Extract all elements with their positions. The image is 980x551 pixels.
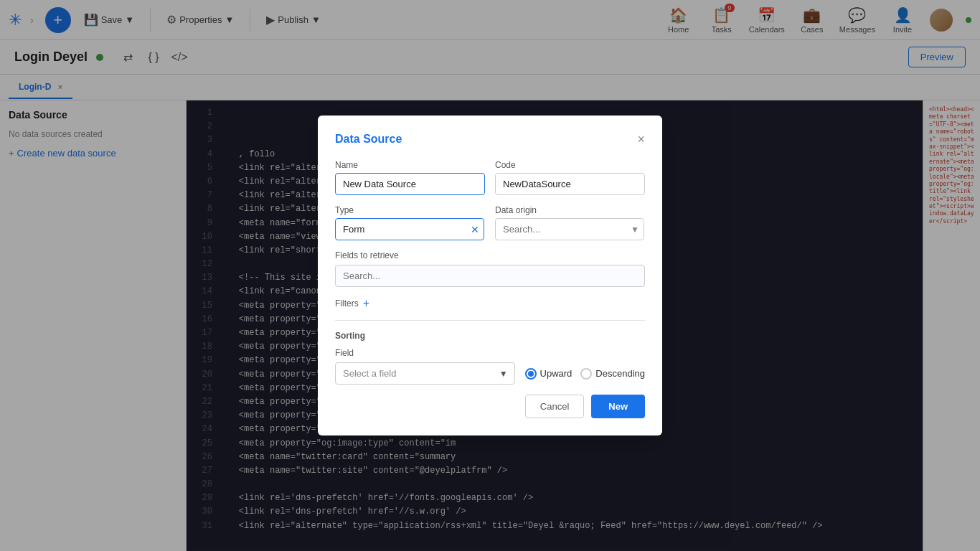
fields-label: Fields to retrieve xyxy=(335,250,645,260)
name-label: Name xyxy=(335,160,485,170)
sorting-section: Sorting Field Select a field ▼ Upward xyxy=(335,331,645,385)
data-source-modal: Data Source × Name Code Type ✕ xyxy=(318,116,662,435)
radio-group: Upward Descending xyxy=(525,368,645,380)
new-button[interactable]: New xyxy=(591,395,645,418)
filters-label: Filters + xyxy=(335,297,645,310)
modal-header: Data Source × xyxy=(335,133,645,146)
field-label: Field xyxy=(335,348,645,358)
type-wrapper: ✕ xyxy=(335,218,485,240)
modal-title: Data Source xyxy=(335,133,402,146)
filters-text: Filters xyxy=(335,298,359,309)
divider xyxy=(335,320,645,321)
name-group: Name xyxy=(335,160,485,195)
data-origin-label: Data origin xyxy=(495,205,645,215)
code-input[interactable] xyxy=(495,173,645,195)
type-group: Type ✕ xyxy=(335,205,485,240)
select-field-dropdown[interactable]: Select a field xyxy=(335,362,515,385)
code-group: Code xyxy=(495,160,645,195)
fields-search-input[interactable] xyxy=(335,265,645,287)
type-label: Type xyxy=(335,205,485,215)
filters-add-button[interactable]: + xyxy=(363,297,369,310)
modal-name-code-row: Name Code xyxy=(335,160,645,195)
descending-radio-circle xyxy=(580,368,592,380)
upward-radio[interactable]: Upward xyxy=(525,368,573,380)
modal-type-origin-row: Type ✕ Data origin ▼ xyxy=(335,205,645,240)
descending-label: Descending xyxy=(595,368,645,379)
cancel-button[interactable]: Cancel xyxy=(525,395,584,418)
upward-label: Upward xyxy=(540,368,573,379)
select-field-wrapper: Select a field ▼ xyxy=(335,362,515,385)
modal-close-button[interactable]: × xyxy=(637,133,645,146)
data-origin-group: Data origin ▼ xyxy=(495,205,645,240)
filters-section: Filters + xyxy=(335,297,645,310)
type-clear-button[interactable]: ✕ xyxy=(471,224,479,235)
modal-footer: Cancel New xyxy=(335,395,645,418)
descending-radio[interactable]: Descending xyxy=(580,368,645,380)
sorting-title: Sorting xyxy=(335,331,645,341)
fields-section: Fields to retrieve xyxy=(335,250,645,287)
upward-radio-circle xyxy=(525,368,537,380)
data-origin-input[interactable] xyxy=(495,218,644,240)
sorting-row: Select a field ▼ Upward Descending xyxy=(335,362,645,385)
origin-wrapper: ▼ xyxy=(495,218,645,240)
code-label: Code xyxy=(495,160,645,170)
name-input[interactable] xyxy=(335,173,485,195)
modal-overlay: Data Source × Name Code Type ✕ xyxy=(0,0,980,551)
type-input[interactable] xyxy=(335,218,484,240)
